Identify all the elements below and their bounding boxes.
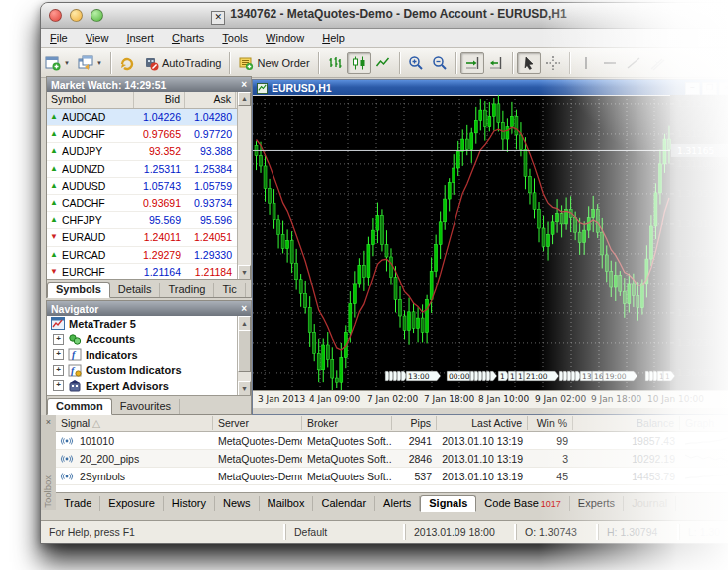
tab-news[interactable]: News bbox=[215, 496, 260, 511]
chart-title-bar[interactable]: EURUSD,H1 − ❐ × bbox=[253, 80, 728, 95]
candlestick-chart-button[interactable] bbox=[347, 52, 371, 74]
column-header-win-[interactable]: Win % bbox=[528, 416, 573, 430]
column-header-server[interactable]: Server bbox=[213, 416, 302, 430]
close-icon[interactable]: × bbox=[241, 304, 247, 314]
market-watch-table[interactable]: SymbolBidAsk▲AUDCAD1.042261.04280▲AUDCHF… bbox=[47, 92, 251, 280]
symbol-row-audchf[interactable]: ▲AUDCHF0.976650.97720 bbox=[47, 126, 251, 143]
tab-journal[interactable]: Journal bbox=[624, 496, 676, 511]
zoom-in-button[interactable] bbox=[404, 52, 428, 74]
market-watch-scrollbar[interactable]: ▲ ▼ bbox=[237, 92, 251, 280]
chart-minimize-icon[interactable]: − bbox=[685, 82, 700, 95]
tab-symbols[interactable]: Symbols bbox=[47, 282, 110, 298]
tab-tic[interactable]: Tic bbox=[214, 283, 245, 297]
column-header-balance[interactable]: Balance bbox=[573, 416, 680, 430]
expand-icon[interactable]: + bbox=[53, 365, 64, 376]
status-profile[interactable]: Default bbox=[285, 524, 405, 540]
indicators-icon: f bbox=[68, 348, 82, 361]
menu-item-insert[interactable]: Insert bbox=[117, 31, 163, 45]
candlestick-chart-icon bbox=[351, 55, 367, 71]
expand-icon[interactable]: + bbox=[53, 349, 64, 360]
navigator-header[interactable]: Navigator × bbox=[47, 301, 251, 316]
crosshair-button[interactable] bbox=[541, 52, 565, 74]
menu-item-file[interactable]: File bbox=[41, 31, 77, 45]
column-header-broker[interactable]: Broker bbox=[302, 416, 392, 430]
tree-item-metatrader-5[interactable]: MetaTrader 5 bbox=[47, 316, 238, 332]
market-watch-header[interactable]: Market Watch: 14:29:51 × bbox=[47, 77, 251, 92]
symbol-row-eurcad[interactable]: ▲EURCAD1.292791.29330 bbox=[47, 247, 251, 264]
chart-restore-icon[interactable]: ❐ bbox=[702, 82, 717, 95]
scroll-down-icon[interactable]: ▼ bbox=[238, 381, 251, 396]
tab-trade[interactable]: Trade bbox=[56, 496, 100, 511]
column-header-bid[interactable]: Bid bbox=[134, 92, 185, 108]
tab-favourites[interactable]: Favourites bbox=[112, 399, 180, 414]
vertical-line-button[interactable] bbox=[574, 52, 598, 74]
price-chart[interactable]: 1.313901.312451.311001.309551.308101.306… bbox=[253, 95, 728, 408]
expand-icon[interactable]: + bbox=[53, 334, 64, 345]
column-header-symbol[interactable]: Symbol bbox=[47, 92, 134, 108]
scroll-down-icon[interactable]: ▼ bbox=[238, 265, 251, 280]
autotrading-button[interactable]: AutoTrading bbox=[139, 52, 226, 74]
horizontal-line-button[interactable] bbox=[598, 52, 622, 74]
profiles-button[interactable]: ▼ bbox=[74, 52, 106, 74]
menu-item-view[interactable]: View bbox=[77, 31, 118, 45]
navigator-tree[interactable]: MetaTrader 5+Accounts+fIndicators+fCusto… bbox=[47, 316, 238, 396]
line-chart-button[interactable] bbox=[371, 52, 395, 74]
menu-item-help[interactable]: Help bbox=[313, 31, 354, 45]
signal-row-101010[interactable]: 101010MetaQuotes-DemoMetaQuotes Soft...2… bbox=[56, 432, 728, 450]
scroll-thumb[interactable] bbox=[238, 330, 251, 372]
signals-table[interactable]: Signal △ServerBrokerPipsLast ActiveWin %… bbox=[56, 415, 728, 492]
tab-signals[interactable]: Signals bbox=[420, 495, 476, 512]
zoom-out-button[interactable] bbox=[428, 52, 452, 74]
sort-ascending-icon: △ bbox=[90, 417, 100, 429]
tab-experts[interactable]: Experts bbox=[570, 496, 624, 511]
tab-code-base[interactable]: Code Base1017 bbox=[476, 496, 569, 511]
cursor-button[interactable] bbox=[517, 52, 541, 74]
trendline-button[interactable] bbox=[622, 52, 645, 74]
column-header-ask[interactable]: Ask bbox=[185, 92, 236, 108]
symbol-row-euraud[interactable]: ▼EURAUD1.240111.24051 bbox=[47, 229, 251, 246]
column-header-last-active[interactable]: Last Active bbox=[437, 416, 528, 430]
column-header-signal[interactable]: Signal △ bbox=[56, 416, 213, 430]
tree-item-accounts[interactable]: +Accounts bbox=[47, 332, 238, 348]
tree-item-indicators[interactable]: +fIndicators bbox=[47, 347, 238, 363]
new-chart-button[interactable]: ▼ bbox=[41, 52, 74, 74]
tab-calendar[interactable]: Calendar bbox=[313, 496, 375, 511]
tab-exposure[interactable]: Exposure bbox=[100, 496, 163, 511]
tab-common[interactable]: Common bbox=[47, 398, 112, 415]
symbol-row-chfjpy[interactable]: ▲CHFJPY95.56995.596 bbox=[47, 212, 251, 229]
tab-alerts[interactable]: Alerts bbox=[375, 496, 420, 511]
tab-trading[interactable]: Trading bbox=[160, 283, 214, 297]
close-icon[interactable]: × bbox=[241, 80, 247, 90]
column-header-pips[interactable]: Pips bbox=[392, 416, 437, 430]
signal-row-20_200_pips[interactable]: 20_200_pipsMetaQuotes-DemoMetaQuotes Sof… bbox=[56, 450, 728, 468]
symbol-row-audjpy[interactable]: ▲AUDJPY93.35293.388 bbox=[47, 143, 251, 160]
new-order-button[interactable]: New Order bbox=[234, 52, 313, 74]
tab-mailbox[interactable]: Mailbox bbox=[260, 496, 314, 511]
tab-history[interactable]: History bbox=[164, 496, 215, 511]
channel-tool-button[interactable] bbox=[645, 52, 669, 74]
scroll-up-icon[interactable]: ▲ bbox=[238, 92, 251, 106]
symbol-row-audnzd[interactable]: ▲AUDNZD1.253111.25384 bbox=[47, 161, 251, 178]
column-header-graph[interactable]: Graph bbox=[680, 416, 728, 430]
navigator-scrollbar[interactable]: ▲ ▼ bbox=[237, 316, 251, 396]
market-watch-title: Market Watch: 14:29:51 bbox=[51, 79, 166, 91]
tree-item-custom-indicators[interactable]: +fCustom Indicators bbox=[47, 363, 238, 379]
chart-shift-button[interactable] bbox=[484, 52, 508, 74]
symbol-row-audusd[interactable]: ▲AUDUSD1.057431.05759 bbox=[47, 178, 251, 195]
scroll-up-icon[interactable]: ▲ bbox=[238, 316, 251, 331]
signal-row-2symbols[interactable]: 2SymbolsMetaQuotes-DemoMetaQuotes Soft..… bbox=[56, 468, 728, 485]
symbol-row-cadchf[interactable]: ▲CADCHF0.936910.93734 bbox=[47, 195, 251, 212]
menu-item-charts[interactable]: Charts bbox=[163, 31, 213, 45]
title-bar[interactable]: ✕1340762 - MetaQuotes-Demo - Demo Accoun… bbox=[41, 3, 728, 29]
auto-scroll-button[interactable] bbox=[460, 52, 484, 74]
tab-details[interactable]: Details bbox=[110, 283, 161, 297]
symbol-row-audcad[interactable]: ▲AUDCAD1.042261.04280 bbox=[47, 109, 251, 126]
refresh-button[interactable] bbox=[115, 52, 139, 74]
close-icon[interactable]: × bbox=[41, 417, 56, 427]
menu-item-window[interactable]: Window bbox=[257, 31, 313, 45]
menu-item-tools[interactable]: Tools bbox=[213, 31, 257, 45]
bar-chart-button[interactable] bbox=[323, 52, 347, 74]
chart-close-icon[interactable]: × bbox=[719, 82, 728, 95]
tree-item-expert-advisors[interactable]: +Expert Advisors bbox=[47, 378, 238, 394]
expand-icon[interactable]: + bbox=[53, 380, 64, 391]
